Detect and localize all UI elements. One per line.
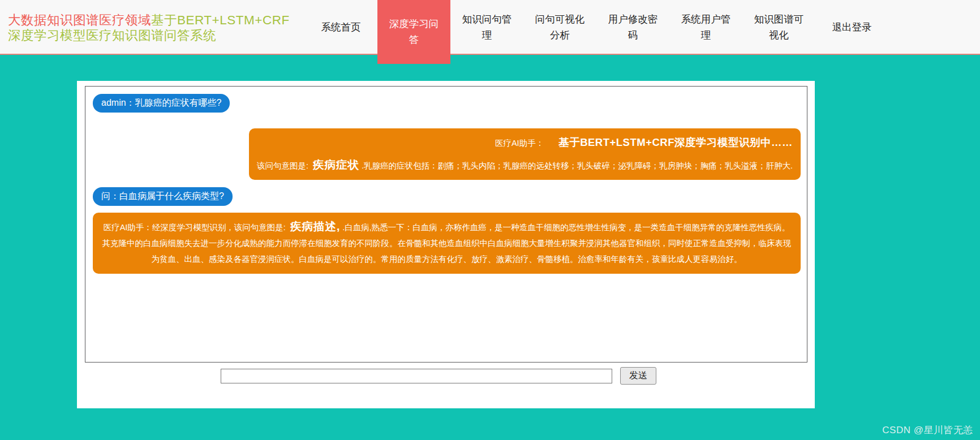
nav-item-deep-learning-qa[interactable]: 深度学习问答	[377, 0, 450, 64]
app-logo: 大数据知识图谱医疗领域基于BERT+LSTM+CRF深度学习模型医疗知识图谱问答…	[8, 12, 295, 43]
nav-item-logout[interactable]: 退出登录	[815, 0, 888, 55]
ai-message-bubble: 医疗AI助手：经深度学习模型识别，该问句意图是: 疾病描述,.白血病,熟悉一下：…	[93, 213, 801, 274]
user-message-bubble: admin：乳腺癌的症状有哪些?	[93, 94, 230, 113]
nav-item-label: 深度学习问答	[385, 16, 442, 47]
user-message-text: admin：乳腺癌的症状有哪些?	[101, 98, 221, 107]
nav-item-label: 问句可视化分析	[531, 12, 588, 42]
answer-text: .乳腺癌的症状包括：剧痛；乳头内陷；乳腺癌的远处转移；乳头破碎；泌乳障碍；乳房肿…	[362, 161, 793, 170]
main-nav: 系统首页 深度学习问答 知识问句管理 问句可视化分析 用户修改密码 系统用户管理…	[304, 0, 888, 64]
nav-item-label: 知识图谱可视化	[750, 12, 807, 42]
nav-item-change-password[interactable]: 用户修改密码	[596, 0, 669, 55]
nav-item-knowledge-graph-visualization[interactable]: 知识图谱可视化	[742, 0, 815, 55]
nav-item-system-user-management[interactable]: 系统用户管理	[669, 0, 742, 55]
intent-label-text: 疾病症状	[313, 158, 359, 171]
model-status-text: 基于BERT+LSTM+CRF深度学习模型识别中……	[558, 136, 793, 148]
intent-prefix-text: 该问句意图是:	[257, 161, 311, 170]
send-button[interactable]: 发送	[620, 367, 656, 385]
intent-prefix-text: 医疗AI助手：经深度学习模型识别，该问句意图是:	[104, 223, 288, 232]
logo-red-text: 大数据知识图谱医疗领域	[8, 13, 151, 27]
nav-item-label: 退出登录	[832, 20, 872, 35]
ai-status-line: 医疗AI助手：基于BERT+LSTM+CRF深度学习模型识别中……	[257, 135, 793, 149]
nav-item-label: 知识问句管理	[458, 12, 515, 42]
chat-log-area: admin：乳腺癌的症状有哪些? 医疗AI助手：基于BERT+LSTM+CRF深…	[85, 86, 807, 363]
intent-label-text: 疾病描述,	[290, 220, 340, 232]
csdn-watermark: CSDN @星川皆无恙	[882, 424, 973, 437]
nav-item-label: 系统用户管理	[677, 12, 734, 42]
nav-item-question-visualization-analysis[interactable]: 问句可视化分析	[523, 0, 596, 55]
nav-item-knowledge-question-management[interactable]: 知识问句管理	[450, 0, 523, 55]
nav-item-system-home[interactable]: 系统首页	[304, 0, 377, 55]
ai-message-bubble: 医疗AI助手：基于BERT+LSTM+CRF深度学习模型识别中…… 该问句意图是…	[249, 128, 801, 180]
user-message-text: 问：白血病属于什么疾病类型?	[101, 191, 224, 201]
message-input[interactable]	[221, 369, 612, 383]
nav-item-label: 用户修改密码	[604, 12, 661, 42]
app-header: 大数据知识图谱医疗领域基于BERT+LSTM+CRF深度学习模型医疗知识图谱问答…	[0, 0, 980, 55]
ai-answer-line: 该问句意图是: 疾病症状.乳腺癌的症状包括：剧痛；乳头内陷；乳腺癌的远处转移；乳…	[257, 157, 793, 172]
nav-item-label: 系统首页	[321, 20, 361, 35]
main-panel: admin：乳腺癌的症状有哪些? 医疗AI助手：基于BERT+LSTM+CRF深…	[77, 81, 815, 408]
user-message-bubble: 问：白血病属于什么疾病类型?	[93, 187, 233, 206]
ai-assistant-label: 医疗AI助手：	[495, 139, 544, 148]
